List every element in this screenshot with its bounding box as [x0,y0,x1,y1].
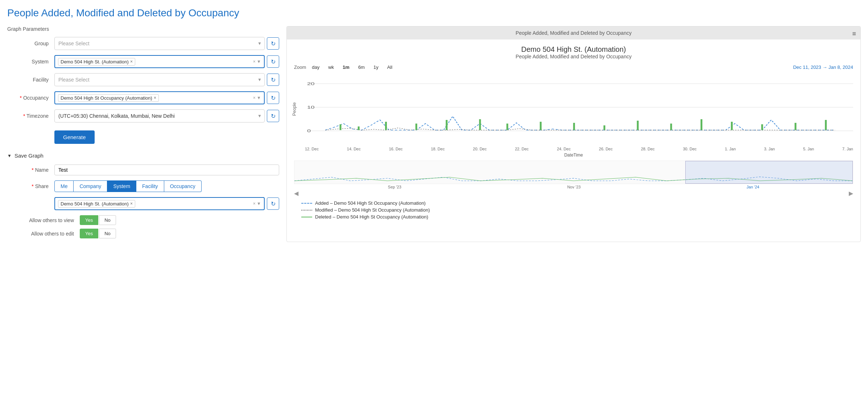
chart-title-area: Demo 504 High St. (Automation) People Ad… [287,39,860,62]
group-label: Group [7,41,54,46]
system-tag-remove[interactable]: × [130,59,133,64]
date-range: Dec 11, 2023 → Jan 8, 2024 [793,64,853,70]
share-company-button[interactable]: Company [74,180,107,192]
system-tag-value: Demo 504 High St. (Automation) [61,59,129,64]
share-system-tag-value-wrapper: Demo 504 High St. (Automation) × [58,200,135,208]
allow-edit-label: Allow others to edit [7,231,80,237]
y-axis-label: People [292,102,297,116]
x-label-3: 18. Dec [431,147,445,151]
save-graph-section: ▼ Save Graph Name Share Me Company Syste… [7,153,279,238]
x-label-11: 3. Jan [764,147,775,151]
x-label-7: 26. Dec [599,147,613,151]
legend-added-label: Added – Demo 504 High St Occupancy (Auto… [315,200,426,206]
system-input-group: Demo 504 High St. (Automation) × × ▼ ↻ [54,55,279,68]
share-buttons: Me Company System Facility Occupancy [54,180,202,192]
legend-modified: Modified – Demo 504 High St Occupancy (A… [301,207,853,213]
name-input[interactable] [54,164,279,175]
chart-panel-title: People Added, Modified and Deleted by Oc… [516,30,632,36]
zoom-all-button[interactable]: All [384,64,395,71]
generate-button[interactable]: Generate [54,130,95,144]
x-label-1: 14. Dec [347,147,361,151]
timezone-select[interactable]: (UTC+05:30) Chennai, Kolkata, Mumbai, Ne… [54,109,265,122]
main-layout: Graph Parameters Group Please Select ▼ ↻… [7,26,861,242]
x-label-6: 24. Dec [557,147,571,151]
timezone-refresh-button[interactable]: ↻ [267,110,279,122]
share-system-tag[interactable]: Demo 504 High St. (Automation) × × ▼ [54,197,265,210]
legend-deleted: Deleted – Demo 504 High St Occupancy (Au… [301,214,853,220]
occupancy-row: Occupancy Demo 504 High St Occupancy (Au… [7,91,279,104]
group-input-group: Please Select ▼ ↻ [54,37,279,50]
occupancy-select-tag[interactable]: Demo 504 High St Occupancy (Automation) … [54,91,265,104]
legend-added: Added – Demo 504 High St Occupancy (Auto… [301,200,853,206]
facility-select[interactable]: Please Select [54,73,265,86]
x-axis-title: DateTime [287,153,860,161]
legend-deleted-line [301,217,312,217]
share-system-refresh-button[interactable]: ↻ [267,197,279,210]
zoom-wk-button[interactable]: wk [325,64,337,71]
share-system-tag-remove[interactable]: × [130,201,133,206]
system-select-tag[interactable]: Demo 504 High St. (Automation) × × ▼ [54,55,265,68]
mini-label-0: Sep '23 [388,185,401,189]
allow-edit-yes-button[interactable]: Yes [80,229,98,238]
zoom-row: Zoom day wk 1m 6m 1y All Dec 11, 2023 → … [287,62,860,73]
zoom-day-button[interactable]: day [309,64,322,71]
zoom-label: Zoom [294,64,306,70]
zoom-1y-button[interactable]: 1y [371,64,381,71]
chart-subtitle: People Added, Modified and Deleted by Oc… [287,54,860,59]
chart-main-title: Demo 504 High St. (Automation) [287,45,860,54]
allow-view-row: Allow others to view Yes No [7,215,279,225]
graph-params-label: Graph Parameters [7,26,279,32]
x-axis-labels: 12. Dec 14. Dec 16. Dec 18. Dec 20. Dec … [287,145,860,153]
share-occupancy-button[interactable]: Occupancy [164,180,202,192]
facility-row: Facility Please Select ▼ ↻ [7,73,279,86]
share-system-button[interactable]: System [107,180,136,192]
svg-text:20: 20 [307,82,314,86]
share-me-button[interactable]: Me [54,180,74,192]
facility-refresh-button[interactable]: ↻ [267,74,279,86]
allow-view-no-button[interactable]: No [99,215,116,225]
facility-input-group: Please Select ▼ ↻ [54,73,279,86]
zoom-6m-button[interactable]: 6m [355,64,368,71]
mini-nav-right[interactable]: ▶ [849,190,853,197]
occupancy-label: Occupancy [7,95,54,101]
allow-edit-toggle: Yes No [80,229,116,238]
svg-text:0: 0 [307,129,311,133]
mini-label-2: Jan '24 [747,185,759,189]
save-graph-header[interactable]: ▼ Save Graph [7,153,279,159]
timezone-row: Timezone (UTC+05:30) Chennai, Kolkata, M… [7,109,279,122]
system-refresh-button[interactable]: ↻ [267,55,279,68]
group-select[interactable]: Please Select [54,37,265,50]
group-select-wrapper: Please Select ▼ [54,37,265,50]
facility-select-wrapper: Please Select ▼ [54,73,265,86]
x-label-5: 22. Dec [515,147,529,151]
occupancy-refresh-button[interactable]: ↻ [267,92,279,104]
chart-menu-icon[interactable]: ≡ [852,30,856,38]
zoom-1m-button[interactable]: 1m [340,64,352,71]
occupancy-tag-value: Demo 504 High St Occupancy (Automation) [61,95,152,101]
save-graph-title: Save Graph [15,153,44,159]
legend-added-line [301,203,312,204]
occupancy-tag-remove[interactable]: × [154,95,156,100]
mini-chart-area [294,161,853,184]
allow-edit-row: Allow others to edit Yes No [7,229,279,238]
mini-chart-labels: Sep '23 Nov '23 Jan '24 [287,184,860,190]
x-label-9: 30. Dec [683,147,697,151]
svg-text:10: 10 [307,105,314,109]
mini-chart-highlight [685,161,853,184]
x-label-4: 20. Dec [473,147,487,151]
timezone-select-wrapper: (UTC+05:30) Chennai, Kolkata, Mumbai, Ne… [54,109,265,122]
page-title: People Added, Modified and Deleted by Oc… [7,7,861,19]
allow-view-label: Allow others to view [7,217,80,223]
mini-label-1: Nov '23 [567,185,580,189]
mini-nav-left[interactable]: ◀ [294,190,298,197]
name-input-wrapper [54,164,279,175]
allow-edit-no-button[interactable]: No [99,229,116,238]
allow-view-toggle: Yes No [80,215,116,225]
chart-panel-header: People Added, Modified and Deleted by Oc… [287,26,860,39]
share-facility-button[interactable]: Facility [136,180,164,192]
system-tag-arrow: × ▼ [253,59,261,64]
legend-deleted-label: Deleted – Demo 504 High St Occupancy (Au… [315,214,428,220]
occupancy-tag-arrow: × ▼ [253,95,261,100]
allow-view-yes-button[interactable]: Yes [80,215,98,225]
group-refresh-button[interactable]: ↻ [267,37,279,50]
